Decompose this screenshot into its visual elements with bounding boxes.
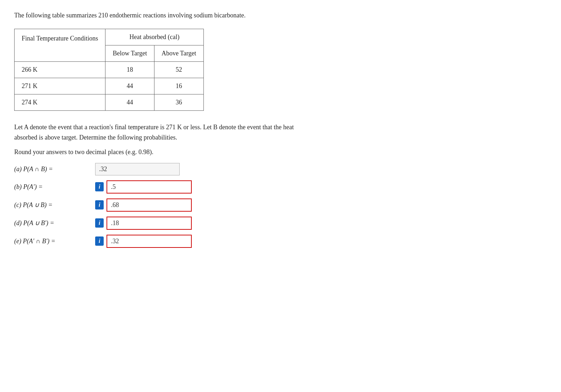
info-button-e[interactable]: i	[95, 236, 104, 246]
below-cell: 44	[105, 78, 154, 94]
prob-row-b: (b) P(A′) =i	[14, 180, 547, 194]
data-table: Final Temperature Conditions Heat absorb…	[14, 29, 204, 111]
answer-input-e[interactable]	[107, 235, 192, 248]
info-button-c[interactable]: i	[95, 200, 104, 209]
table-row-header: Final Temperature Conditions	[15, 29, 105, 62]
below-target-header: Below Target	[105, 45, 154, 62]
above-cell: 52	[154, 62, 203, 78]
answer-input-c[interactable]	[107, 198, 192, 212]
prob-label-a: (a) P(A ∩ B) =	[14, 165, 92, 173]
above-cell: 36	[154, 94, 203, 111]
temp-cell: 271 K	[15, 78, 105, 94]
intro-text: The following table summarizes 210 endot…	[14, 11, 547, 20]
prob-row-a: (a) P(A ∩ B) =	[14, 163, 547, 175]
prob-label-e: (e) P(A′ ∩ B′) =	[14, 238, 92, 245]
answer-input-b[interactable]	[107, 180, 192, 194]
prob-row-c: (c) P(A ∪ B) =i	[14, 198, 547, 212]
prob-row-d: (d) P(A ∪ B′) =i	[14, 217, 547, 230]
temp-cell: 266 K	[15, 62, 105, 78]
info-button-b[interactable]: i	[95, 182, 104, 191]
heat-absorbed-header: Heat absorbed (cal)	[105, 29, 203, 45]
probability-section: (a) P(A ∩ B) =(b) P(A′) =i(c) P(A ∪ B) =…	[14, 163, 547, 248]
above-cell: 16	[154, 78, 203, 94]
table-row: 274 K 44 36	[15, 94, 204, 111]
info-button-d[interactable]: i	[95, 218, 104, 228]
answer-input-a[interactable]	[95, 163, 180, 175]
below-cell: 18	[105, 62, 154, 78]
table-row: 271 K 44 16	[15, 78, 204, 94]
description-text: Let A denote the event that a reaction's…	[14, 122, 547, 143]
below-cell: 44	[105, 94, 154, 111]
answer-input-d[interactable]	[107, 217, 192, 230]
above-target-header: Above Target	[154, 45, 203, 62]
temp-cell: 274 K	[15, 94, 105, 111]
round-note: Round your answers to two decimal places…	[14, 148, 547, 156]
prob-label-b: (b) P(A′) =	[14, 183, 92, 191]
prob-label-d: (d) P(A ∪ B′) =	[14, 219, 92, 227]
prob-row-e: (e) P(A′ ∩ B′) =i	[14, 235, 547, 248]
prob-label-c: (c) P(A ∪ B) =	[14, 201, 92, 209]
table-row: 266 K 18 52	[15, 62, 204, 78]
